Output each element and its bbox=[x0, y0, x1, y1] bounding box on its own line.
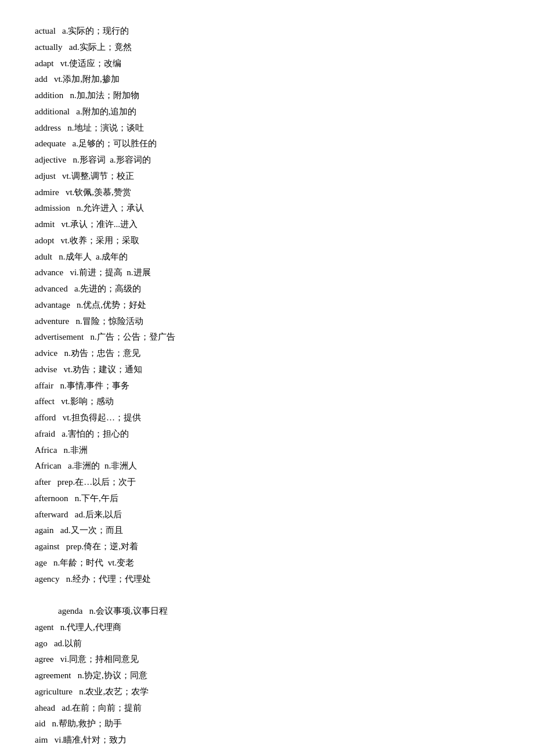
vocab-entry: advantage n.优点,优势；好处 bbox=[35, 297, 499, 314]
vocab-definition: n.广告；公告；登广告 bbox=[84, 332, 175, 341]
vocab-word: agriculture bbox=[35, 687, 73, 696]
vocab-entry: afraid a.害怕的；担心的 bbox=[35, 426, 499, 442]
vocabulary-list: actual a.实际的；现行的actually ad.实际上；竟然adapt … bbox=[35, 23, 499, 748]
vocab-definition: vt.担负得起…；提供 bbox=[56, 413, 141, 422]
vocab-word: agree bbox=[35, 654, 53, 664]
vocab-word: ahead bbox=[35, 703, 55, 712]
vocab-definition: n.允许进入；承认 bbox=[70, 203, 145, 213]
vocab-word: adequate bbox=[35, 139, 66, 148]
vocab-word: actual bbox=[35, 26, 56, 35]
vocab-entry: advance vi.前进；提高 n.进展 bbox=[35, 265, 499, 281]
vocab-definition: a.非洲的 n.非洲人 bbox=[62, 461, 137, 470]
vocab-entry: against prep.倚在；逆,对着 bbox=[35, 539, 499, 555]
vocab-definition: n.冒险；惊险活动 bbox=[69, 316, 143, 326]
vocab-definition: vt.钦佩,羡慕,赞赏 bbox=[59, 188, 131, 197]
vocab-word: agreement bbox=[35, 671, 71, 680]
vocab-word: advise bbox=[35, 365, 57, 374]
vocab-definition: ad.又一次；而且 bbox=[53, 525, 122, 535]
vocab-word: age bbox=[35, 558, 47, 567]
vocab-definition: n.形容词 a.形容词的 bbox=[66, 155, 150, 164]
vocab-entry: again ad.又一次；而且 bbox=[35, 523, 499, 539]
vocab-word: affect bbox=[35, 397, 55, 406]
vocab-word: addition bbox=[35, 91, 63, 100]
vocab-word: advertisement bbox=[35, 332, 84, 341]
vocab-definition: ad.在前；向前；提前 bbox=[55, 703, 142, 712]
vocab-definition: vi.前进；提高 n.进展 bbox=[63, 268, 150, 277]
vocab-entry: age n.年龄；时代 vt.变老 bbox=[35, 555, 499, 571]
vocab-entry: adjective n.形容词 a.形容词的 bbox=[35, 152, 499, 168]
vocab-entry bbox=[35, 587, 499, 603]
vocab-entry: adult n.成年人 a.成年的 bbox=[35, 249, 499, 265]
vocab-definition: n.加,加法；附加物 bbox=[63, 91, 139, 100]
vocab-word: against bbox=[35, 542, 60, 551]
vocab-definition: n.会议事项,议事日程 bbox=[82, 606, 167, 615]
vocab-word: adjust bbox=[35, 171, 56, 181]
vocab-entry: actually ad.实际上；竟然 bbox=[35, 39, 499, 56]
vocab-entry: agreement n.协定,协议；同意 bbox=[35, 668, 499, 684]
vocab-word: admission bbox=[35, 203, 70, 213]
vocab-entry: advertisement n.广告；公告；登广告 bbox=[35, 329, 499, 345]
vocab-entry: ahead ad.在前；向前；提前 bbox=[35, 700, 499, 717]
vocab-definition: vt.调整,调节；校正 bbox=[56, 171, 134, 181]
vocab-definition: a.实际的；现行的 bbox=[56, 26, 129, 35]
vocab-definition: prep.在…以后；次于 bbox=[50, 477, 136, 487]
vocab-entry: advice n.劝告；忠告；意见 bbox=[35, 345, 499, 362]
vocab-entry: admire vt.钦佩,羡慕,赞赏 bbox=[35, 185, 499, 201]
vocab-definition: n.非洲 bbox=[57, 445, 88, 455]
vocab-word: advantage bbox=[35, 300, 70, 309]
vocab-entry: actual a.实际的；现行的 bbox=[35, 23, 499, 39]
vocab-entry: addition n.加,加法；附加物 bbox=[35, 88, 499, 104]
vocab-word: advanced bbox=[35, 284, 68, 293]
vocab-entry: adopt vt.收养；采用；采取 bbox=[35, 233, 499, 249]
vocab-definition: vt.劝告；建议；通知 bbox=[57, 365, 142, 374]
vocab-entry: aim vi.瞄准,针对；致力 bbox=[35, 732, 499, 748]
vocab-definition: a.先进的；高级的 bbox=[68, 284, 142, 293]
vocab-entry: after prep.在…以后；次于 bbox=[35, 474, 499, 491]
vocab-word: ago bbox=[35, 639, 48, 648]
vocab-entry: agriculture n.农业,农艺；农学 bbox=[35, 684, 499, 700]
vocab-definition: prep.倚在；逆,对着 bbox=[60, 542, 138, 551]
vocab-word: add bbox=[35, 74, 48, 84]
vocab-definition: vt.收养；采用；采取 bbox=[54, 236, 139, 245]
vocab-definition: vi.同意；持相同意见 bbox=[53, 654, 139, 664]
vocab-entry: address n.地址；演说；谈吐 bbox=[35, 120, 499, 136]
vocab-definition: n.下午,午后 bbox=[68, 494, 118, 503]
vocab-entry: affect vt.影响；感动 bbox=[35, 394, 499, 410]
vocab-definition: n.帮助,救护；助手 bbox=[45, 719, 121, 728]
vocab-entry: advise vt.劝告；建议；通知 bbox=[35, 362, 499, 378]
vocab-definition: n.劝告；忠告；意见 bbox=[57, 348, 140, 358]
vocab-definition: vt.承认；准许...进入 bbox=[55, 219, 138, 229]
vocab-word: aim bbox=[35, 735, 48, 744]
vocab-word: afternoon bbox=[35, 494, 68, 503]
vocab-entry: aid n.帮助,救护；助手 bbox=[35, 716, 499, 732]
vocab-word: Africa bbox=[35, 445, 57, 455]
vocab-entry: additional a.附加的,追加的 bbox=[35, 104, 499, 120]
vocab-entry: affair n.事情,事件；事务 bbox=[35, 378, 499, 394]
vocab-word: adventure bbox=[35, 316, 69, 326]
vocab-entry: adequate a.足够的；可以胜任的 bbox=[35, 136, 499, 152]
vocab-word: affair bbox=[35, 381, 53, 390]
vocab-entry: African a.非洲的 n.非洲人 bbox=[35, 458, 499, 474]
vocab-entry: admission n.允许进入；承认 bbox=[35, 200, 499, 217]
vocab-word: address bbox=[35, 123, 61, 132]
vocab-entry: afford vt.担负得起…；提供 bbox=[35, 410, 499, 426]
vocab-definition: n.协定,协议；同意 bbox=[71, 671, 147, 680]
vocab-definition: n.代理人,代理商 bbox=[53, 622, 121, 632]
vocab-word: agency bbox=[35, 574, 59, 584]
vocab-definition: n.经办；代理；代理处 bbox=[59, 574, 151, 584]
vocab-entry: adventure n.冒险；惊险活动 bbox=[35, 314, 499, 330]
vocab-entry: ago ad.以前 bbox=[35, 636, 499, 652]
vocab-word: agenda bbox=[58, 606, 82, 615]
vocab-word: admire bbox=[35, 188, 59, 197]
vocab-entry: admit vt.承认；准许...进入 bbox=[35, 217, 499, 233]
vocab-definition: ad.实际上；竟然 bbox=[62, 42, 131, 52]
vocab-definition: vt.使适应；改编 bbox=[53, 59, 121, 68]
vocab-definition: n.事情,事件；事务 bbox=[53, 381, 129, 390]
vocab-word: afford bbox=[35, 413, 56, 422]
vocab-entry: adjust vt.调整,调节；校正 bbox=[35, 168, 499, 185]
vocab-definition: a.附加的,追加的 bbox=[70, 107, 136, 116]
vocab-word: again bbox=[35, 525, 53, 535]
vocab-word: after bbox=[35, 477, 50, 487]
vocab-entry: advanced a.先进的；高级的 bbox=[35, 281, 499, 297]
vocab-definition: n.农业,农艺；农学 bbox=[73, 687, 149, 696]
